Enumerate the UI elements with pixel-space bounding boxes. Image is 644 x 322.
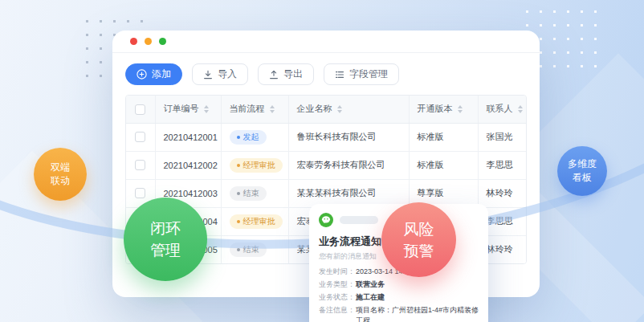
field-manage-button-label: 字段管理	[349, 67, 388, 81]
flow-status-badge: 经理审批	[230, 214, 283, 229]
header-contact[interactable]: 联系人	[478, 96, 526, 123]
cell-company: 鲁班长科技有限公司	[288, 123, 409, 151]
notification-field: 业务状态： 施工在建	[319, 292, 479, 303]
notification-field-label: 业务类型：	[319, 279, 356, 290]
import-button[interactable]: 导入	[192, 63, 248, 85]
field-manage-button[interactable]: 字段管理	[324, 63, 399, 85]
row-checkbox[interactable]	[135, 160, 145, 170]
export-button-label: 导出	[283, 67, 303, 81]
notification-field-value: 施工在建	[356, 292, 479, 303]
row-checkbox[interactable]	[135, 188, 145, 198]
traffic-light-minimize-icon[interactable]	[145, 38, 152, 45]
notification-field: 备注信息： 项目名称：广州碧桂园1-4#市内精装修工程 合同名称：广州碧桂园1-…	[319, 305, 479, 322]
sort-icon[interactable]	[204, 105, 209, 113]
wechat-icon	[319, 213, 333, 227]
flow-status-label: 结束	[243, 188, 259, 199]
notification-field-label: 业务状态：	[319, 292, 356, 303]
traffic-light-close-icon[interactable]	[130, 38, 137, 45]
sort-icon[interactable]	[270, 105, 275, 113]
sort-icon[interactable]	[337, 105, 342, 113]
import-button-label: 导入	[218, 67, 237, 81]
sort-icon[interactable]	[518, 105, 523, 113]
cell-contact: 李思思	[478, 151, 526, 179]
notification-field-label: 备注信息：	[319, 305, 356, 322]
header-order-no[interactable]: 订单编号	[155, 96, 221, 123]
status-dot-icon	[237, 136, 240, 139]
add-button-label: 添加	[152, 67, 171, 81]
status-dot-icon	[237, 248, 240, 251]
cell-order-no: 20210412002	[155, 151, 221, 179]
notification-field: 业务类型： 联营业务	[319, 279, 479, 290]
notification-field-value: 联营业务	[356, 279, 479, 290]
table-header-row: 订单编号 当前流程 企业名称 开通版本	[126, 96, 526, 123]
flow-status-label: 发起	[243, 132, 259, 143]
select-all-checkbox[interactable]	[135, 104, 145, 115]
status-dot-icon	[237, 164, 240, 167]
flow-status-badge: 结束	[230, 186, 267, 201]
cell-order-no: 20210412001	[155, 123, 221, 151]
toolbar: 添加 导入 导出 字段管理	[112, 53, 540, 95]
flow-status-badge: 结束	[230, 243, 267, 257]
flow-status-label: 经理审批	[243, 216, 275, 227]
export-button[interactable]: 导出	[258, 63, 314, 85]
window-titlebar	[112, 31, 540, 53]
table-row[interactable]: 20210412002 经理审批 宏泰劳务科技有限公司 标准版 李思思	[126, 151, 526, 179]
upload-icon	[269, 70, 279, 79]
status-dot-icon	[237, 192, 240, 195]
flow-status-badge: 经理审批	[230, 158, 283, 173]
sort-icon[interactable]	[458, 105, 463, 113]
cell-contact: 林玲玲	[478, 179, 526, 207]
cell-company: 某某某科技有限公司	[288, 179, 409, 207]
header-company[interactable]: 企业名称	[288, 96, 409, 123]
status-dot-icon	[237, 220, 240, 223]
sender-name-placeholder	[340, 216, 378, 224]
traffic-light-zoom-icon[interactable]	[159, 38, 166, 45]
notification-field-value: 项目名称：广州碧桂园1-4#市内精装修工程 合同名称：广州碧桂园1-4#市内精装…	[356, 305, 479, 322]
cell-version: 标准版	[409, 151, 478, 179]
notification-field-label: 发生时间：	[319, 267, 356, 277]
flow-status-badge: 发起	[230, 130, 267, 145]
cell-version: 标准版	[409, 123, 478, 151]
list-icon	[335, 70, 344, 79]
feature-bubble-closed-loop: 闭环 管理	[124, 198, 207, 281]
download-icon	[203, 70, 213, 79]
feature-bubble-risk-alert: 风险 预警	[381, 202, 456, 277]
notification-fields: 发生时间： 2023-03-14 14:26 业务类型： 联营业务 业务状态： …	[319, 267, 479, 322]
flow-status-label: 结束	[243, 244, 259, 255]
plus-circle-icon	[137, 69, 147, 79]
feature-bubble-dual-link: 双端 联动	[34, 148, 87, 201]
table-row[interactable]: 20210412001 发起 鲁班长科技有限公司 标准版 张国光	[126, 123, 526, 151]
cell-contact: 张国光	[478, 123, 526, 151]
feature-bubble-dashboard: 多维度 看板	[557, 146, 607, 196]
hero-screenshot: 添加 导入 导出 字段管理	[0, 0, 644, 322]
cell-company: 宏泰劳务科技有限公司	[288, 151, 409, 179]
add-button[interactable]: 添加	[125, 63, 182, 85]
header-version[interactable]: 开通版本	[409, 96, 478, 123]
row-checkbox[interactable]	[135, 132, 145, 142]
flow-status-label: 经理审批	[243, 160, 275, 171]
header-current-flow[interactable]: 当前流程	[221, 96, 288, 123]
